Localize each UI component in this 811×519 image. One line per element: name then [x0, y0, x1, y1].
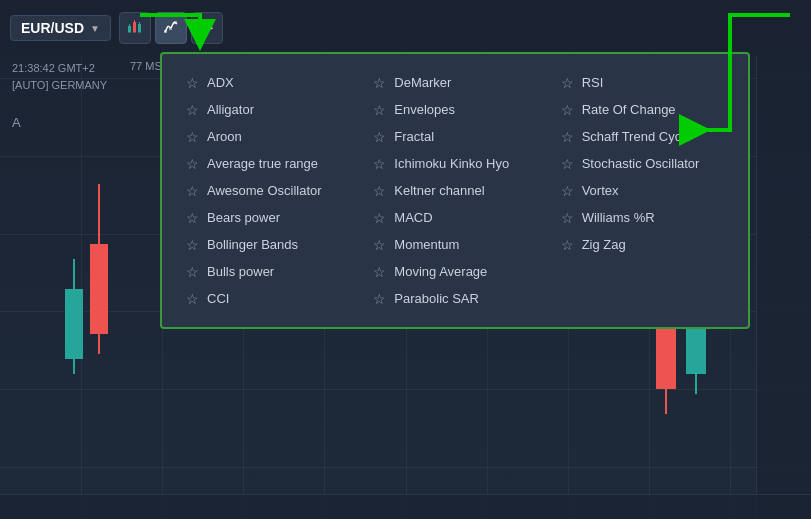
item-label: Bears power	[207, 210, 280, 225]
star-icon: ☆	[373, 265, 386, 279]
star-icon: ☆	[186, 184, 199, 198]
star-icon: ☆	[373, 157, 386, 171]
menu-item-cci[interactable]: ☆ CCI	[174, 286, 361, 311]
item-label: ADX	[207, 75, 234, 90]
star-icon: ☆	[373, 130, 386, 144]
item-label: Parabolic SAR	[394, 291, 479, 306]
item-label: Stochastic Oscillator	[582, 156, 700, 171]
item-label: Alligator	[207, 102, 254, 117]
menu-item-awesome-oscillator[interactable]: ☆ Awesome Oscillator	[174, 178, 361, 203]
star-icon: ☆	[186, 157, 199, 171]
star-icon: ☆	[186, 292, 199, 306]
chevron-down-icon: ▼	[90, 23, 100, 34]
menu-item-aroon[interactable]: ☆ Aroon	[174, 124, 361, 149]
star-icon: ☆	[186, 130, 199, 144]
star-icon: ☆	[561, 184, 574, 198]
menu-column-2: ☆ DeMarker ☆ Envelopes ☆ Fractal ☆ Ichim…	[361, 70, 548, 311]
item-label: Momentum	[394, 237, 459, 252]
star-icon: ☆	[373, 103, 386, 117]
toolbar: EUR/USD ▼	[0, 0, 811, 56]
menu-item-williams-r[interactable]: ☆ Williams %R	[549, 205, 736, 230]
menu-columns: ☆ ADX ☆ Alligator ☆ Aroon ☆ Average true…	[162, 66, 748, 315]
time-value: 21:38:42 GMT+2	[12, 60, 107, 77]
menu-item-adx[interactable]: ☆ ADX	[174, 70, 361, 95]
item-label: Vortex	[582, 183, 619, 198]
star-icon: ☆	[373, 238, 386, 252]
indicators-button[interactable]	[155, 12, 187, 44]
drawing-button[interactable]: ✏	[191, 12, 223, 44]
item-label: RSI	[582, 75, 604, 90]
menu-item-rsi[interactable]: ☆ RSI	[549, 70, 736, 95]
menu-item-ichimoku[interactable]: ☆ Ichimoku Kinko Hyo	[361, 151, 548, 176]
svg-rect-0	[128, 26, 131, 32]
menu-item-alligator[interactable]: ☆ Alligator	[174, 97, 361, 122]
svg-rect-1	[133, 22, 136, 32]
menu-item-demarker[interactable]: ☆ DeMarker	[361, 70, 548, 95]
menu-column-1: ☆ ADX ☆ Alligator ☆ Aroon ☆ Average true…	[174, 70, 361, 311]
time-display: 21:38:42 GMT+2 [AUTO] GERMANY	[12, 60, 107, 93]
pencil-icon: ✏	[200, 19, 213, 38]
item-label: Keltner channel	[394, 183, 484, 198]
indicators-icon	[163, 18, 179, 38]
star-icon: ☆	[561, 130, 574, 144]
menu-item-rate-of-change[interactable]: ☆ Rate Of Change	[549, 97, 736, 122]
star-icon: ☆	[186, 76, 199, 90]
svg-rect-2	[138, 24, 141, 32]
latency-display: 77 MS	[130, 60, 162, 72]
chart-label-a: A	[12, 115, 21, 130]
star-icon: ☆	[186, 265, 199, 279]
item-label: Aroon	[207, 129, 242, 144]
menu-item-keltner[interactable]: ☆ Keltner channel	[361, 178, 548, 203]
menu-item-vortex[interactable]: ☆ Vortex	[549, 178, 736, 203]
menu-item-bears-power[interactable]: ☆ Bears power	[174, 205, 361, 230]
item-label: Rate Of Change	[582, 102, 676, 117]
bottom-time-axis	[0, 494, 811, 519]
star-icon: ☆	[186, 238, 199, 252]
item-label: MACD	[394, 210, 432, 225]
star-icon: ☆	[561, 76, 574, 90]
menu-item-momentum[interactable]: ☆ Momentum	[361, 232, 548, 257]
item-label: CCI	[207, 291, 229, 306]
menu-item-zig-zag[interactable]: ☆ Zig Zag	[549, 232, 736, 257]
item-label: Awesome Oscillator	[207, 183, 322, 198]
item-label: Bollinger Bands	[207, 237, 298, 252]
item-label: Bulls power	[207, 264, 274, 279]
chart-type-button[interactable]	[119, 12, 151, 44]
menu-item-schaff-trend-cycle[interactable]: ☆ Schaff Trend Cycle	[549, 124, 736, 149]
menu-item-bollinger-bands[interactable]: ☆ Bollinger Bands	[174, 232, 361, 257]
region-value: [AUTO] GERMANY	[12, 77, 107, 94]
menu-item-average-true-range[interactable]: ☆ Average true range	[174, 151, 361, 176]
star-icon: ☆	[561, 157, 574, 171]
star-icon: ☆	[561, 238, 574, 252]
star-icon: ☆	[186, 211, 199, 225]
star-icon: ☆	[561, 103, 574, 117]
menu-item-envelopes[interactable]: ☆ Envelopes	[361, 97, 548, 122]
chart-icon	[127, 18, 143, 38]
svg-rect-13	[164, 30, 167, 33]
menu-item-fractal[interactable]: ☆ Fractal	[361, 124, 548, 149]
menu-item-bulls-power[interactable]: ☆ Bulls power	[174, 259, 361, 284]
star-icon: ☆	[373, 184, 386, 198]
star-icon: ☆	[561, 211, 574, 225]
star-icon: ☆	[186, 103, 199, 117]
menu-column-3: ☆ RSI ☆ Rate Of Change ☆ Schaff Trend Cy…	[549, 70, 736, 311]
pair-selector[interactable]: EUR/USD ▼	[10, 15, 111, 41]
pair-label: EUR/USD	[21, 20, 84, 36]
item-label: Zig Zag	[582, 237, 626, 252]
indicators-dropdown: ☆ ADX ☆ Alligator ☆ Aroon ☆ Average true…	[160, 52, 750, 329]
item-label: Ichimoku Kinko Hyo	[394, 156, 509, 171]
item-label: Schaff Trend Cycle	[582, 129, 692, 144]
star-icon: ☆	[373, 292, 386, 306]
menu-item-macd[interactable]: ☆ MACD	[361, 205, 548, 230]
item-label: Moving Average	[394, 264, 487, 279]
menu-item-moving-average[interactable]: ☆ Moving Average	[361, 259, 548, 284]
menu-item-parabolic-sar[interactable]: ☆ Parabolic SAR	[361, 286, 548, 311]
svg-rect-15	[174, 21, 177, 24]
item-label: Envelopes	[394, 102, 455, 117]
menu-item-stochastic-oscillator[interactable]: ☆ Stochastic Oscillator	[549, 151, 736, 176]
item-label: Fractal	[394, 129, 434, 144]
item-label: DeMarker	[394, 75, 451, 90]
star-icon: ☆	[373, 76, 386, 90]
right-price-axis	[756, 56, 811, 519]
svg-rect-14	[169, 27, 172, 30]
